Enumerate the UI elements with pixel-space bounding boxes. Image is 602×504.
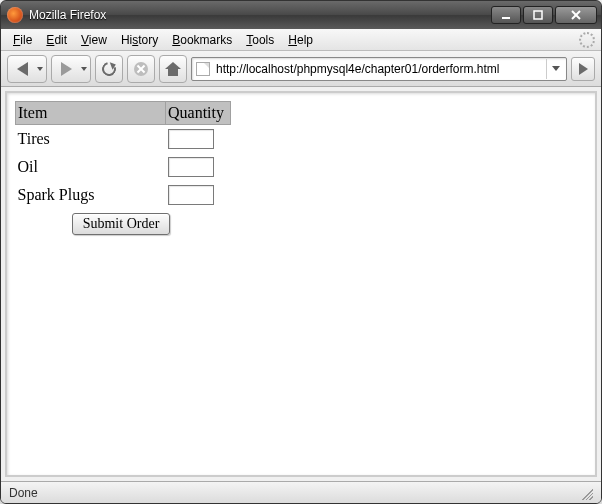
chevron-down-icon[interactable] [37,67,43,71]
table-row: Submit Order [16,209,231,239]
browser-window: Mozilla Firefox File Edit View History B… [0,0,602,504]
forward-button[interactable] [51,55,91,83]
quantity-input-sparkplugs[interactable] [168,185,214,205]
go-button[interactable] [571,57,595,81]
arrow-right-icon [579,63,588,75]
url-input[interactable] [214,61,546,77]
menu-history-label: tory [138,33,158,47]
arrow-right-icon [61,62,72,76]
reload-button[interactable] [95,55,123,83]
titlebar[interactable]: Mozilla Firefox [1,1,601,29]
chevron-down-icon [552,66,560,71]
url-history-dropdown[interactable] [546,59,564,79]
menu-history[interactable]: History [115,31,164,49]
menu-tools[interactable]: Tools [240,31,280,49]
window-title: Mozilla Firefox [29,8,106,22]
item-label: Oil [16,153,166,181]
arrow-left-icon [17,62,28,76]
maximize-button[interactable] [523,6,553,24]
menu-edit[interactable]: Edit [40,31,73,49]
status-text: Done [9,486,38,500]
page-content: Item Quantity Tires Oil Spark Plugs Subm… [5,91,597,477]
back-button[interactable] [7,55,47,83]
table-row: Tires [16,125,231,154]
menu-file-label: ile [20,33,32,47]
menu-edit-label: dit [54,33,67,47]
minimize-button[interactable] [491,6,521,24]
item-label: Spark Plugs [16,181,166,209]
header-item: Item [16,102,166,125]
menu-help[interactable]: Help [282,31,319,49]
firefox-icon [7,7,23,23]
reload-icon [99,59,118,78]
table-row: Oil [16,153,231,181]
order-table: Item Quantity Tires Oil Spark Plugs Subm… [15,101,231,239]
menu-view-label: iew [89,33,107,47]
page-icon [196,62,210,76]
submit-order-button[interactable]: Submit Order [72,213,171,235]
menu-help-label: elp [297,33,313,47]
quantity-input-oil[interactable] [168,157,214,177]
quantity-input-tires[interactable] [168,129,214,149]
table-row: Spark Plugs [16,181,231,209]
menubar: File Edit View History Bookmarks Tools H… [1,29,601,51]
header-quantity: Quantity [166,102,231,125]
url-bar[interactable] [191,57,567,81]
stop-icon [134,62,148,76]
menu-bookmarks[interactable]: Bookmarks [166,31,238,49]
chevron-down-icon[interactable] [81,67,87,71]
item-label: Tires [16,125,166,154]
throbber-icon [579,32,595,48]
close-button[interactable] [555,6,597,24]
resize-grip-icon[interactable] [579,486,593,500]
table-header-row: Item Quantity [16,102,231,125]
statusbar: Done [1,481,601,503]
svg-rect-1 [534,11,542,19]
stop-button[interactable] [127,55,155,83]
navigation-toolbar [1,51,601,87]
menu-bookmarks-label: ookmarks [180,33,232,47]
home-icon [165,62,181,76]
menu-tools-label: ools [252,33,274,47]
home-button[interactable] [159,55,187,83]
menu-view[interactable]: View [75,31,113,49]
menu-file[interactable]: File [7,31,38,49]
